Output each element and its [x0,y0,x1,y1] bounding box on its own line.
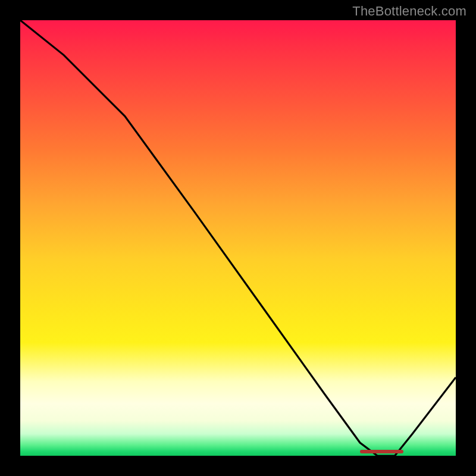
optimum-range-marker [360,450,403,453]
attribution-text: TheBottleneck.com [352,4,466,19]
chart-frame: TheBottleneck.com [0,0,476,476]
gradient-panel [20,20,456,456]
